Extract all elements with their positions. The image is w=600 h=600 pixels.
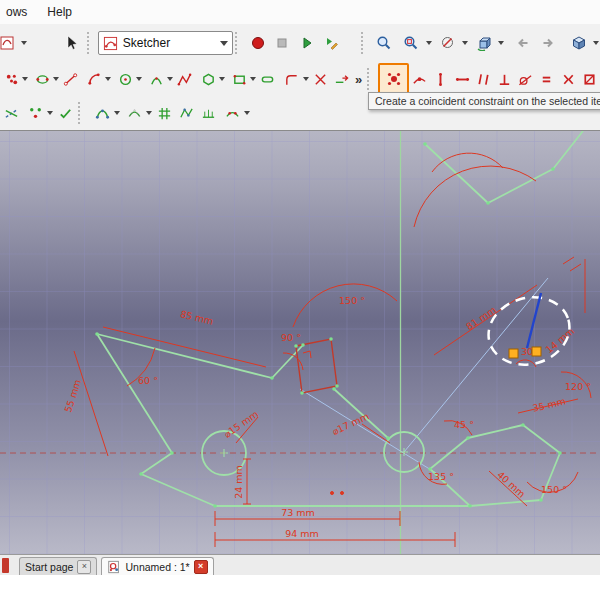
toggle-construction-icon[interactable] (0, 101, 22, 125)
rectangle-tool-icon[interactable] (226, 67, 257, 91)
show-control-polygon-icon[interactable] (175, 101, 197, 125)
sketcher-workbench-icon (103, 36, 118, 51)
line-tool-icon[interactable] (60, 67, 81, 91)
block-constraint-icon[interactable] (579, 67, 600, 91)
freecad-window: ows Help Sketcher (0, 0, 600, 600)
menu-item-help[interactable]: Help (47, 5, 72, 19)
navigate-back-icon[interactable] (511, 29, 536, 57)
selected-point-handle[interactable] (509, 349, 518, 358)
dimension-150deg-br: 150 ° (541, 484, 567, 495)
tab-start-page[interactable]: Start page × (19, 557, 97, 575)
selection-tools-icon[interactable] (22, 101, 54, 125)
rotate-view-icon[interactable] (469, 29, 505, 57)
show-knots-icon[interactable] (219, 101, 251, 125)
toolbar-grip[interactable] (361, 32, 368, 54)
equal-constraint-icon[interactable] (536, 67, 557, 91)
tab-unnamed-document[interactable]: Unnamed : 1* × (101, 557, 213, 575)
toolbar-grip[interactable] (87, 32, 94, 54)
point-tools-icon[interactable] (0, 67, 29, 91)
dimension-135deg: 135 ° (428, 471, 454, 482)
workbench-selector-value: Sketcher (123, 36, 170, 50)
conic-tool-icon[interactable] (143, 67, 174, 91)
circle-tool-icon[interactable] (112, 67, 143, 91)
edit-macro-icon[interactable] (319, 29, 344, 57)
perpendicular-constraint-icon[interactable] (494, 67, 515, 91)
horizontal-constraint-icon[interactable] (452, 67, 473, 91)
partial-toolbar-icon[interactable] (2, 558, 9, 573)
polyline-tool-icon[interactable] (174, 67, 195, 91)
arc-tool-icon[interactable] (81, 67, 112, 91)
toolbar-overflow-chevron[interactable]: » (352, 72, 365, 87)
execute-macro-icon[interactable] (295, 29, 320, 57)
dimension-45deg: 45 ° (454, 419, 474, 430)
simplify-bspline-icon[interactable] (121, 101, 153, 125)
document-tab-bar: Start page × Unnamed : 1* × (0, 554, 600, 575)
show-degree-icon[interactable] (153, 101, 175, 125)
zoom-fit-icon[interactable] (372, 29, 397, 57)
dimension-120deg: 120 ° (565, 381, 591, 392)
sketch-document-icon (107, 560, 121, 574)
stop-macro-icon[interactable] (270, 29, 295, 57)
fillet-tool-icon[interactable] (279, 67, 310, 91)
point-on-object-constraint-icon[interactable] (409, 67, 430, 91)
validate-sketch-icon[interactable] (54, 101, 76, 125)
extend-tool-icon[interactable] (331, 67, 352, 91)
toolbar-row-2: » (0, 62, 600, 96)
zoom-region-icon[interactable] (396, 29, 432, 57)
tangent-constraint-icon[interactable] (515, 67, 536, 91)
symmetric-constraint-icon[interactable] (558, 67, 579, 91)
close-icon[interactable]: × (194, 560, 208, 574)
menu-item-windows[interactable]: ows (6, 5, 27, 19)
sketch-thumbnail-icon[interactable] (0, 29, 28, 57)
coincident-constraint-button[interactable] (378, 63, 409, 95)
curve-tools-icon[interactable] (29, 67, 60, 91)
toolbar-row-1: Sketcher (0, 24, 600, 62)
toolbar-area: Sketcher (0, 24, 600, 131)
dimension-94mm: 94 mm (285, 528, 319, 539)
selected-point-handle[interactable] (532, 347, 541, 356)
draw-style-icon[interactable] (433, 29, 469, 57)
dimension-24mm: 24 mm (233, 465, 244, 499)
dimension-73mm: 73 mm (281, 507, 315, 518)
dimension-150deg-top: 150 ° (339, 295, 365, 306)
navigate-forward-icon[interactable] (535, 29, 560, 57)
toolbar-grip[interactable] (235, 32, 242, 54)
dimension-60deg: 60 ° (138, 375, 158, 386)
3d-viewport[interactable]: 85 mm 90 ° 150 ° 81 mm 60 ° 55 mm ⌀15 mm… (0, 131, 600, 554)
parallel-constraint-icon[interactable] (473, 67, 494, 91)
workbench-selector[interactable]: Sketcher (98, 31, 233, 55)
menu-bar: ows Help (0, 0, 600, 24)
polygon-tool-icon[interactable] (195, 67, 226, 91)
trim-tool-icon[interactable] (310, 67, 331, 91)
toolbar-grip[interactable] (78, 102, 85, 124)
bottom-panel-area (0, 575, 600, 600)
tooltip: Create a coincident constraint on the se… (368, 92, 600, 110)
convert-to-bspline-icon[interactable] (89, 101, 121, 125)
axonometric-view-icon[interactable] (564, 29, 600, 57)
record-macro-icon[interactable] (245, 29, 270, 57)
whats-this-pointer-icon[interactable] (60, 29, 85, 57)
tab-start-page-label: Start page (25, 561, 73, 573)
toolbar-grip[interactable] (367, 68, 374, 90)
close-icon[interactable]: × (77, 560, 91, 574)
show-curvature-comb-icon[interactable] (197, 101, 219, 125)
vertical-constraint-icon[interactable] (430, 67, 451, 91)
tab-unnamed-document-label: Unnamed : 1* (125, 561, 189, 573)
dimension-90deg: 90 ° (281, 332, 301, 343)
chevron-down-icon (220, 41, 228, 50)
slot-tool-icon[interactable] (257, 67, 278, 91)
